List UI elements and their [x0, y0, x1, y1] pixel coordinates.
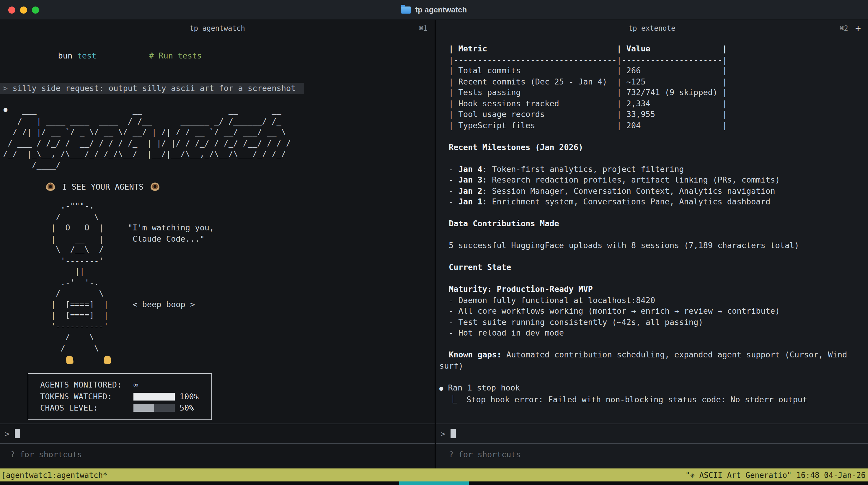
foot-icon: [104, 355, 112, 364]
pane-extenote: tp extenote ⌘2 + | Metric | Value | |---…: [435, 20, 868, 468]
ascii-robot-art: || .-' '-. / \ | [====] | < beep boop > …: [3, 266, 435, 353]
maturity-line: Maturity: Production-Ready MVP: [436, 283, 868, 295]
tokens-progress-bar: [133, 393, 175, 400]
prompt-char: >: [440, 429, 445, 438]
minimize-button[interactable]: [20, 6, 27, 13]
response-bullet: ●: [4, 104, 7, 116]
watch-banner-text: I SEE YOUR AGENTS: [62, 181, 144, 192]
milestone-date: Jan 1: [459, 197, 483, 206]
table-row: | Tool usage records | 33,955 |: [436, 109, 868, 120]
state-item: - Daemon fully functional at localhost:8…: [436, 295, 868, 305]
chaos-bar-filled: [133, 404, 154, 412]
state-item: - Hot reload in dev mode: [436, 327, 868, 338]
window-title: tp agentwatch: [0, 0, 868, 20]
text-cursor: [15, 429, 20, 438]
stats-row-agents: AGENTS MONITORED: ∞: [40, 379, 211, 391]
command-binary: bun: [58, 51, 73, 60]
contributions-text: 5 successful HuggingFace uploads with 8 …: [436, 240, 868, 251]
known-gaps-label: Known gaps:: [449, 350, 502, 359]
tmux-session-window[interactable]: [agentwatc1:agentwatch*: [1, 471, 107, 479]
table-row: | Total commits | 266 |: [436, 65, 868, 76]
pane-container: tp agentwatch ⌘1 bun test# Run tests > s…: [0, 20, 868, 468]
text-cursor: [451, 429, 456, 438]
left-shortcuts-hint: ? for shortcuts: [0, 444, 435, 468]
table-row: | Recent commits (Dec 25 - Jan 4) | ~125…: [436, 76, 868, 87]
milestone-item: - Jan 4: Token-first analytics, project …: [436, 163, 868, 174]
table-header-line: | Metric | Value |: [436, 43, 868, 54]
ascii-face-art: .-"""-. / \ | O O | "I'm watching you, |…: [3, 200, 435, 266]
hook-title: Ran 1 stop hook: [443, 383, 520, 392]
window-title-text: tp agentwatch: [415, 5, 467, 14]
zoom-button[interactable]: [32, 6, 39, 13]
milestone-item: - Jan 1: Enrichment system, Conversation…: [436, 196, 868, 207]
stats-row-tokens: TOKENS WATCHED: 100%: [40, 391, 211, 402]
new-pane-button[interactable]: +: [855, 23, 861, 33]
traffic-lights: [0, 6, 39, 13]
eye-icon: [151, 183, 159, 191]
state-item: - Test suite running consistently (~42s,…: [436, 316, 868, 327]
milestones-heading: Recent Milestones (Jan 2026): [436, 142, 868, 152]
terminal-window: tp agentwatch tp agentwatch ⌘1 bun test#…: [0, 0, 868, 485]
watch-banner: I SEE YOUR AGENTS: [46, 181, 435, 192]
dock-indicator: [399, 481, 469, 485]
titlebar: tp agentwatch: [0, 0, 868, 20]
left-prompt-input[interactable]: >: [0, 424, 435, 444]
right-prompt-input[interactable]: >: [436, 424, 868, 444]
left-pane-header[interactable]: tp agentwatch ⌘1: [0, 20, 435, 36]
command-comment: # Run tests: [149, 51, 202, 60]
right-pane-title: tp extenote: [436, 24, 868, 32]
ascii-robot-feet: [66, 356, 435, 364]
right-pane-content: | Metric | Value | |--------------------…: [436, 36, 868, 424]
stats-value: 100%: [180, 391, 199, 402]
milestone-item: - Jan 3: Research redaction profiles, ar…: [436, 174, 868, 185]
right-pane-shortcut: ⌘2: [840, 24, 848, 32]
foot-icon: [66, 355, 74, 364]
milestone-date: Jan 3: [459, 175, 483, 184]
command-line: bun test# Run tests: [10, 39, 435, 72]
stats-value: 50%: [180, 402, 194, 414]
table-row: | TypeScript files | 204 |: [436, 120, 868, 130]
chaos-progress-bar: [133, 404, 175, 412]
hook-error-detail: ⎿ Stop hook error: Failed with non-block…: [436, 394, 868, 405]
hook-event-line: ● Ran 1 stop hook: [436, 382, 868, 394]
stats-row-chaos: CHAOS LEVEL: 50%: [40, 402, 211, 414]
assistant-response: ● ___ __ __ __ / | ____ ____ ____ / /__ …: [0, 104, 435, 420]
contributions-heading: Data Contributions Made: [436, 218, 868, 229]
stats-label: TOKENS WATCHED:: [40, 391, 133, 402]
eye-icon: [46, 183, 55, 191]
pane-agentwatch: tp agentwatch ⌘1 bun test# Run tests > s…: [0, 20, 435, 468]
current-state-heading: Current State: [436, 262, 868, 273]
stats-box: AGENTS MONITORED: ∞ TOKENS WATCHED: 100%…: [28, 373, 212, 420]
folder-icon: [401, 6, 411, 13]
milestone-date: Jan 4: [459, 164, 483, 173]
left-pane-title: tp agentwatch: [0, 24, 435, 32]
table-row: | Tests passing | 732/741 (9 skipped) |: [436, 87, 868, 98]
hook-bullet: ●: [439, 384, 443, 392]
chaos-bar-empty: [154, 404, 175, 412]
known-gaps-wrap: surf): [436, 360, 868, 371]
known-gaps-line: Known gaps: Automated contribution sched…: [436, 349, 868, 360]
user-request: > silly side request: output silly ascii…: [0, 83, 304, 94]
left-pane-content: bun test# Run tests > silly side request…: [0, 36, 435, 424]
request-text: silly side request: output silly ascii a…: [8, 83, 296, 93]
milestone-date: Jan 2: [459, 186, 483, 195]
ascii-logo-art: ___ __ __ __ / | ____ ____ ____ / /__ __…: [3, 104, 435, 170]
stats-value: ∞: [133, 379, 138, 391]
request-prompt-char: >: [3, 83, 8, 93]
tmux-status-bar: [agentwatc1:agentwatch* "✳ ASCII Art Gen…: [0, 468, 868, 481]
stats-label: CHAOS LEVEL:: [40, 402, 133, 414]
bottom-strip: [0, 481, 868, 485]
right-shortcuts-hint: ? for shortcuts: [436, 444, 868, 468]
tmux-pane-title-clock: "✳ ASCII Art Generatio" 16:48 04-Jan-26: [686, 471, 866, 479]
state-item: - All core workflows working (monitor → …: [436, 305, 868, 316]
stats-label: AGENTS MONITORED:: [40, 379, 133, 391]
close-button[interactable]: [8, 6, 16, 13]
table-separator-line: |----------------------------------|----…: [436, 54, 868, 65]
right-pane-header[interactable]: tp extenote ⌘2 +: [436, 20, 868, 36]
left-pane-shortcut: ⌘1: [419, 24, 428, 32]
prompt-char: >: [5, 429, 9, 438]
command-argument: test: [72, 51, 96, 60]
table-row: | Hook sessions tracked | 2,334 |: [436, 98, 868, 109]
milestone-item: - Jan 2: Session Manager, Conversation C…: [436, 185, 868, 196]
